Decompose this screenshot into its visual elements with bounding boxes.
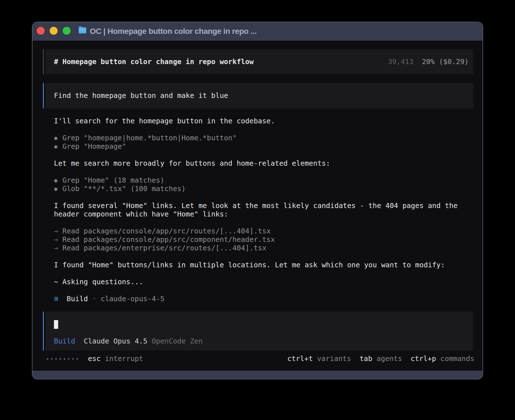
spinner-dots [45,355,79,363]
assistant-text-line: header component which have "Home" links… [54,210,473,218]
tool-call-line: → Read packages/console/app/src/componen… [54,235,473,244]
ctrl-p-key-hint: ctrl+p [411,355,436,363]
input-stripe [43,312,44,351]
assistant-text-line: Let me search more broadly for buttons a… [54,159,473,168]
window-bottom-bar [32,371,483,379]
footer-right: ctrl+t variants tab agents ctrl+p comman… [287,355,474,363]
tool-call-text: Glob "**/*.tsx" (100 matches) [62,185,186,193]
tool-call-line: ✱ Grep "Home" (18 matches) [54,176,473,185]
spinner-dot [62,355,67,363]
conversation-log: I'll search for the homepage button in t… [54,117,473,295]
blank-line [54,218,473,227]
spinner-dot [45,355,50,363]
ctrl-t-key-hint: ctrl+t [287,355,313,363]
agents-label: agents [377,355,402,363]
variants-label: variants [317,355,351,363]
agent-square-icon [54,297,58,301]
arrow-icon: → [54,244,58,252]
spinner-dot [71,355,75,363]
tool-call-line: ✱ Grep "Homepage" [54,142,473,151]
tool-call-line: → Read packages/console/app/src/routes/[… [54,227,473,235]
text-cursor [54,320,58,329]
spinner-dot [50,355,54,363]
arrow-icon: → [54,227,58,235]
asterisk-icon: ✱ [54,142,58,151]
assistant-text-line: I'll search for the homepage button in t… [54,117,473,125]
tool-call-text: Grep "homepage|home.*button|Home.*button… [62,134,237,142]
asterisk-icon: ✱ [54,176,58,185]
agent-status-row: Build · claude-opus-4-5 [54,295,449,303]
asterisk-icon: ✱ [54,134,58,142]
tool-call-line: ✱ Grep "homepage|home.*button|Home.*butt… [54,134,473,142]
input-status-row: Build Claude Opus 4.5 OpenCode Zen [54,337,203,345]
assistant-text-line: ~ Asking questions... [54,278,473,286]
token-count: 39,413 [388,58,413,66]
spinner-dot [54,355,58,363]
tool-call-text: Grep "Homepage" [62,142,126,150]
user-message-stripe [43,83,44,108]
blank-line [54,286,473,295]
agent-separator: · [92,295,97,303]
spinner-dot [75,355,79,363]
tool-call-line: ✱ Glob "**/*.tsx" (100 matches) [54,185,473,193]
context-percent-cost: 20% ($0.29) [422,58,469,66]
assistant-text-line: I found "Home" buttons/links in multiple… [54,261,473,269]
tool-call-text: Read packages/console/app/src/routes/[..… [62,227,271,235]
tab-key-hint: tab [360,355,372,363]
session-header-stripe [43,49,44,74]
terminal-window: OC | Homepage button color change in rep… [32,22,483,379]
input-provider: OpenCode Zen [152,337,203,345]
input-model[interactable]: Claude Opus 4.5 [84,337,147,345]
blank-line [54,269,473,278]
tool-call-text: Grep "Home" (18 matches) [62,176,164,184]
blank-line [54,193,473,202]
esc-key-label: interrupt [105,355,143,363]
tool-call-text: Read packages/console/app/src/component/… [62,235,275,244]
commands-label: commands [440,355,474,363]
terminal-content: # Homepage button color change in repo w… [32,22,483,379]
input-agent[interactable]: Build [54,337,75,345]
tool-call-line: → Read packages/enterprise/src/routes/[.… [54,244,473,252]
blank-line [54,151,473,159]
blank-line [54,125,473,134]
user-message-text: Find the homepage button and make it blu… [54,91,228,100]
session-stats: 39,413 20% ($0.29) [388,58,469,66]
arrow-icon: → [54,235,58,244]
blank-line [54,168,473,176]
spinner-dot [58,355,62,363]
tool-call-text: Read packages/enterprise/src/routes/[...… [62,244,266,252]
agent-model: claude-opus-4-5 [101,295,165,303]
esc-key-hint: esc [88,355,101,363]
asterisk-icon: ✱ [54,185,58,193]
spinner-dot [67,355,71,363]
assistant-text-line: I found several "Home" links. Let me loo… [54,202,473,210]
blank-line [54,252,473,261]
session-title: # Homepage button color change in repo w… [54,58,254,66]
footer-left: esc interrupt [45,355,143,363]
agent-name: Build [67,295,88,303]
